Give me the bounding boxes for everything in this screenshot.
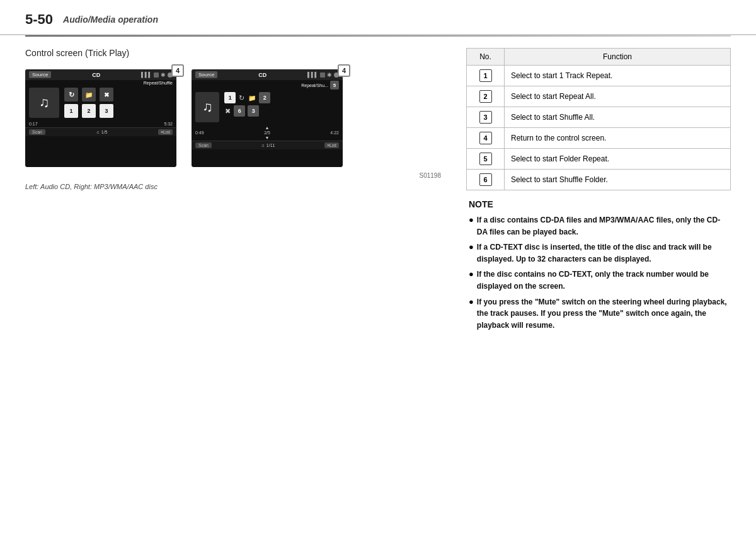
scan-btn-left[interactable]: Scan (29, 129, 45, 135)
controls-left: ↻ 📁 ✖ 1 2 3 (64, 88, 113, 118)
table-row: 1 Select to start 1 Track Repeat. (467, 66, 731, 86)
note-bullet-text: If the disc contains no CD-TEXT, only th… (477, 269, 728, 292)
list-btn-right[interactable]: ≡List (324, 142, 339, 148)
bluetooth-icon-right: ✱ (327, 72, 332, 78)
btn-1-right[interactable]: 1 (224, 92, 236, 103)
screen-left-middle: ♫ ↻ 📁 ✖ (25, 85, 176, 120)
page-subtitle: Audio/Media operation (63, 14, 158, 25)
time-bar-left: 0:17 5:32 (25, 120, 176, 127)
bottom-bar-right: Scan ♫ 1/11 ≡List (192, 141, 343, 149)
num-box: 2 (479, 90, 492, 103)
note-bullet: ●If a disc contains CD-DA files and MP3/… (469, 214, 728, 238)
signal-icon-left: ▌▌▌ (141, 72, 152, 78)
bullet-dot: ● (469, 297, 474, 306)
note-title: NOTE (469, 199, 728, 209)
left-panel: Control screen (Trick Play) Source CD ▌▌… (25, 48, 466, 335)
note-section: NOTE ●If a disc contains CD-DA files and… (466, 199, 731, 331)
badge-4-right: 4 (338, 64, 350, 77)
time-right-end: 4:22 (330, 130, 339, 135)
screen-left-title: CD (92, 72, 100, 78)
page-container: 5-50 Audio/Media operation Control scree… (0, 0, 756, 544)
page-header: 5-50 Audio/Media operation (0, 0, 756, 35)
table-num-cell: 5 (467, 149, 505, 170)
progress-arrows: ▲ 2/5 ▼ (264, 125, 270, 140)
track-info-left: ♫ 1/5 (96, 130, 108, 134)
btn-1-left[interactable]: 1 (64, 104, 78, 118)
controls-right: 1 ↻ 📁 2 ✖ (224, 92, 339, 117)
page-number: 5-50 (25, 11, 53, 28)
repeat-row-right: Repeat/Shu... 5 (192, 80, 343, 90)
badge-4-left: 4 (171, 64, 184, 77)
screen-left-source-btn[interactable]: Source (29, 71, 51, 78)
table-desc-cell: Select to start Folder Repeat. (505, 149, 731, 170)
time-left-end: 5:32 (164, 122, 173, 126)
battery-icon-right (320, 72, 325, 78)
table-num-cell: 2 (467, 86, 505, 107)
page-indicator: 2/5 (264, 130, 270, 135)
col-function-header: Function (505, 49, 731, 66)
screen-left: Source CD ▌▌▌ ✱ Repeat/Shuffle (25, 69, 176, 167)
table-desc-cell: Return to the control screen. (505, 128, 731, 149)
shuffle-icon-left[interactable]: ✖ (100, 88, 113, 101)
time-right-start: 0:49 (195, 130, 204, 135)
note-bullet-text: If you press the "Mute" switch on the st… (477, 296, 728, 332)
screen-right-source-btn[interactable]: Source (195, 71, 217, 78)
btn-2-left[interactable]: 2 (82, 104, 96, 118)
table-row: 6 Select to start Shuffle Folder. (467, 170, 731, 190)
music-note-left: ♫ (29, 88, 59, 118)
screen-left-top-bar: Source CD ▌▌▌ ✱ (25, 69, 176, 80)
time-bar-right: 0:49 ▲ 2/5 ▼ 4:22 (192, 125, 343, 141)
num-box: 1 (479, 69, 492, 82)
bullet-dot: ● (469, 215, 474, 224)
repeat-shuffle-left: Repeat/Shuffle (25, 80, 176, 85)
screen-left-inner: Source CD ▌▌▌ ✱ Repeat/Shuffle (25, 69, 176, 167)
note-bullets: ●If a disc contains CD-DA files and MP3/… (469, 214, 728, 331)
caption-text: Left: Audio CD, Right: MP3/WMA/AAC disc (25, 183, 447, 190)
s-code: S01198 (25, 172, 447, 179)
screen-right-icons: ▌▌▌ ✱ (307, 72, 339, 78)
table-row: 5 Select to start Folder Repeat. (467, 149, 731, 170)
screen-right-inner: Source CD ▌▌▌ ✱ Repeat/Shu... (192, 69, 343, 167)
note-bullet: ●If you press the "Mute" switch on the s… (469, 296, 728, 332)
table-num-cell: 1 (467, 66, 505, 86)
btn-3-right[interactable]: 3 (248, 105, 259, 117)
section-title: Control screen (Trick Play) (25, 48, 447, 58)
arrow-up: ▲ (265, 125, 270, 130)
shuffle-icon-right: ✖ (225, 107, 231, 115)
table-desc-cell: Select to start 1 Track Repeat. (505, 66, 731, 86)
table-desc-cell: Select to start Shuffle All. (505, 107, 731, 128)
folder-icon-right: 📁 (248, 95, 256, 101)
right-panel: No. Function 1 Select to start 1 Track R… (466, 48, 731, 335)
screen-right-top-bar: Source CD ▌▌▌ ✱ (192, 69, 343, 80)
track-num-right: 1/11 (266, 143, 275, 148)
folder-icon-left[interactable]: 📁 (82, 88, 96, 101)
list-btn-left[interactable]: ≡List (158, 129, 173, 135)
repeat-icon-right: ↻ (239, 94, 244, 102)
repeat-icon-left[interactable]: ↻ (64, 88, 78, 101)
music-note-small-left: ♫ (96, 130, 100, 134)
scan-btn-right[interactable]: Scan (195, 142, 212, 148)
bullet-dot: ● (469, 269, 474, 279)
note-bullet-text: If a CD-TEXT disc is inserted, the title… (477, 241, 728, 265)
track-num-left: 1/5 (101, 130, 108, 134)
main-content: Control screen (Trick Play) Source CD ▌▌… (0, 48, 756, 335)
table-num-cell: 4 (467, 128, 505, 149)
btn-6-right[interactable]: 6 (234, 105, 245, 117)
track-info-right: ♫ 1/11 (261, 143, 275, 148)
controls-left-num-row: 1 2 3 (64, 104, 113, 118)
music-note-right: ♫ (195, 92, 219, 122)
num-box: 4 (479, 132, 492, 144)
time-left-start: 0:17 (29, 122, 38, 126)
btn-3-left[interactable]: 3 (100, 104, 113, 118)
table-desc-cell: Select to start Repeat All. (505, 86, 731, 107)
screens-container: Source CD ▌▌▌ ✱ Repeat/Shuffle (25, 69, 447, 167)
table-row: 2 Select to start Repeat All. (467, 86, 731, 107)
col-no-header: No. (467, 49, 505, 66)
btn-2-right[interactable]: 2 (259, 92, 270, 103)
note-bullet-text: If a disc contains CD-DA files and MP3/W… (477, 214, 728, 238)
note-bullet: ●If the disc contains no CD-TEXT, only t… (469, 269, 728, 292)
table-row: 3 Select to start Shuffle All. (467, 107, 731, 128)
screen-right: Source CD ▌▌▌ ✱ Repeat/Shu... (192, 69, 343, 167)
num-box: 5 (479, 153, 492, 165)
screen-right-title: CD (258, 72, 266, 78)
